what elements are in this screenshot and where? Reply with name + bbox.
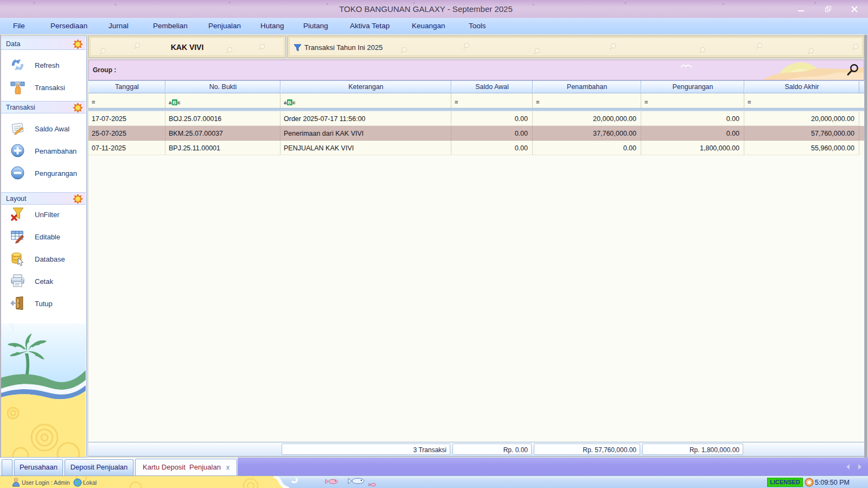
sidebar-item-tutup[interactable]: Tutup (1, 296, 86, 310)
group-bar[interactable]: Group : (88, 60, 864, 80)
door-icon (10, 296, 25, 310)
menu-pembelian[interactable]: Pembelian (153, 22, 188, 30)
sidebar-item-refresh[interactable]: Refresh (1, 58, 86, 72)
unfilter-icon (10, 207, 25, 221)
tab-deposit-penjualan[interactable]: Deposit Penjualan (65, 459, 133, 476)
database-icon (10, 251, 25, 266)
menu-tools[interactable]: Tools (469, 22, 486, 30)
cell-penambahan: 37,760,000.00 (533, 126, 641, 141)
cell-tanggal: 17-07-2025 (88, 111, 165, 126)
col-header-keterangan[interactable]: Keterangan (280, 81, 451, 93)
clock-icon (805, 478, 814, 488)
close-button[interactable] (850, 5, 859, 13)
entity-title: KAK VIVI (89, 43, 285, 52)
filter-saldo-akhir[interactable]: = (744, 93, 859, 108)
menu-aktiva-tetap[interactable]: Aktiva Tetap (350, 22, 390, 30)
menu-jurnal[interactable]: Jurnal (108, 22, 129, 30)
sidebar-item-transaksi-label: Transaksi (35, 84, 65, 92)
tab-scroll-left-icon[interactable] (846, 464, 850, 470)
table-empty-area (88, 155, 864, 442)
sidebar-item-penambahan[interactable]: Penambahan (1, 143, 86, 158)
group-label: Group : (93, 66, 116, 74)
sidebar-item-pengurangan-label: Pengurangan (35, 169, 77, 178)
cell-tanggal: 07-11-2025 (88, 141, 165, 155)
section-transaksi-title: Transaksi (6, 104, 35, 111)
sidebar-item-pengurangan[interactable]: Pengurangan (1, 166, 86, 180)
status-user-label: User Login : Admin (22, 479, 70, 486)
editable-icon (10, 229, 25, 244)
cell-penambahan: 20,000,000.00 (533, 111, 641, 126)
status-bar: User Login : Admin Lokal LICENSED 5:09:5… (0, 476, 868, 488)
bird-decoration (680, 64, 692, 69)
filter-pengurangan[interactable]: = (641, 93, 744, 108)
table-row-selected[interactable]: 25-07-2025 BKM.25.07.00037 Penerimaan da… (88, 126, 864, 141)
printer-icon (10, 274, 25, 288)
menu-piutang[interactable]: Piutang (303, 22, 328, 30)
sidebar-item-penambahan-label: Penambahan (35, 147, 76, 155)
filter-tanggal[interactable]: = (88, 93, 165, 108)
cell-keterangan: Penerimaan dari KAK VIVI (280, 126, 451, 141)
sidebar-section-data: Data (1, 37, 86, 50)
section-layout-title: Layout (6, 195, 27, 202)
sidebar-item-editable-label: Editable (35, 233, 60, 241)
sidebar-section-layout: Layout (1, 192, 86, 205)
menu-persediaan[interactable]: Persediaan (50, 22, 87, 30)
period-filter-label: Transaksi Tahun Ini 2025 (304, 43, 383, 52)
cell-pengurangan: 1,800,000.00 (641, 141, 744, 155)
cell-saldo-awal: 0.00 (451, 126, 533, 141)
col-header-no-bukti[interactable]: No. Bukti (165, 81, 280, 93)
footer-pengurangan: Rp. 1,800,000.00 (642, 443, 743, 455)
sidebar-item-saldo-awal[interactable]: Saldo Awal (1, 121, 86, 136)
sunset-decoration (679, 60, 864, 80)
sidebar-item-database[interactable]: Database (1, 251, 86, 266)
minimize-button[interactable] (796, 5, 806, 13)
section-data-title: Data (6, 40, 20, 48)
window-right-edge (864, 35, 868, 458)
filter-penambahan[interactable]: = (533, 93, 641, 108)
sidebar-item-saldo-awal-label: Saldo Awal (35, 125, 69, 133)
menu-hutang[interactable]: Hutang (260, 22, 284, 30)
refresh-icon (10, 58, 25, 72)
tab-mini[interactable] (2, 459, 12, 476)
table-row[interactable]: 17-07-2025 BOJ.25.07.00016 Order 2025-07… (88, 111, 864, 126)
filter-no-bukti[interactable]: aBc (165, 93, 280, 108)
tab-close-icon[interactable]: x (226, 464, 229, 471)
col-header-saldo-akhir[interactable]: Saldo Akhir (744, 81, 859, 93)
sidebar-item-database-label: Database (35, 255, 65, 263)
menu-keuangan[interactable]: Keuangan (412, 22, 445, 30)
footer-count: 3 Transaksi (282, 443, 450, 455)
sidebar-item-editable[interactable]: Editable (1, 229, 86, 244)
restore-button[interactable] (823, 5, 833, 13)
plus-icon (10, 143, 25, 158)
sidebar-item-tutup-label: Tutup (35, 300, 53, 308)
filter-funnel-icon (293, 44, 302, 54)
col-header-tanggal[interactable]: Tanggal (88, 81, 165, 93)
cell-no-bukti: BPJ.25.11.00001 (165, 141, 280, 155)
tab-kartu-deposit-penjualan[interactable]: Kartu Deposit Penjualanx (135, 459, 237, 476)
sun-icon (73, 194, 83, 204)
sidebar-section-transaksi: Transaksi (1, 101, 86, 113)
tab-perusahaan[interactable]: Perusahaan (14, 459, 63, 476)
sidebar-item-unfilter[interactable]: UnFilter (1, 207, 86, 221)
search-icon[interactable] (846, 64, 859, 79)
col-header-saldo-awal[interactable]: Saldo Awal (451, 81, 533, 93)
period-filter-panel[interactable]: Transaksi Tahun Ini 2025 (288, 36, 864, 58)
tab-label: Kartu Deposit Penjualan (143, 463, 221, 471)
menu-file[interactable]: File (13, 22, 25, 30)
cell-saldo-awal: 0.00 (451, 141, 533, 155)
sidebar-item-transaksi[interactable]: Transaksi (1, 80, 86, 94)
cell-pengurangan: 0.00 (641, 126, 744, 141)
col-header-penambahan[interactable]: Penambahan (533, 81, 641, 93)
sidebar: Data Refresh Transaksi Transaksi Saldo A… (1, 36, 87, 458)
filter-keterangan[interactable]: aBc (280, 93, 451, 108)
sidebar-item-cetak-label: Cetak (35, 277, 53, 286)
tab-scroll-right-icon[interactable] (858, 464, 861, 470)
filter-saldo-awal[interactable]: = (451, 93, 533, 108)
status-mode-label: Lokal (83, 479, 97, 486)
notepad-icon (10, 121, 25, 136)
menu-penjualan[interactable]: Penjualan (208, 22, 241, 30)
table-row[interactable]: 07-11-2025 BPJ.25.11.00001 PENJUALAN KAK… (88, 141, 864, 155)
col-header-pengurangan[interactable]: Pengurangan (641, 81, 744, 93)
cell-saldo-akhir: 57,760,000.00 (744, 126, 859, 141)
sidebar-item-cetak[interactable]: Cetak (1, 274, 86, 288)
